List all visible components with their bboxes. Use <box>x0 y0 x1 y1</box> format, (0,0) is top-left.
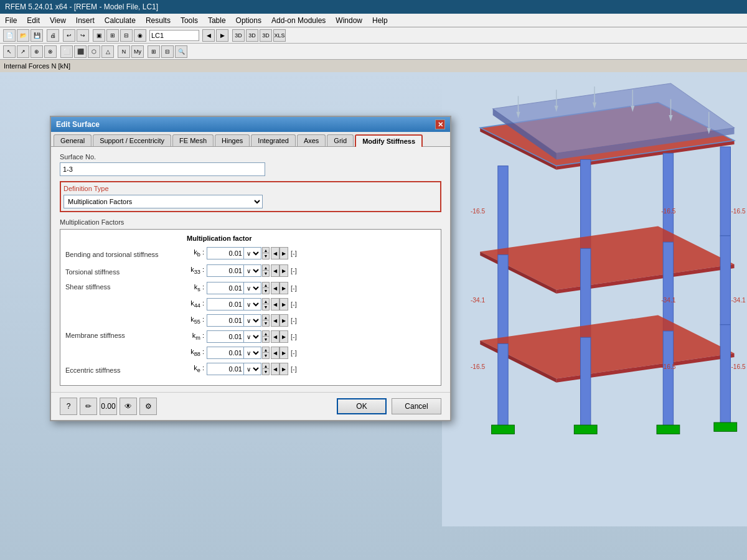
mf-spinup-kb[interactable]: ▲ <box>262 247 270 253</box>
mf-navright-k88[interactable]: ▶ <box>280 347 288 359</box>
mf-spinup-ke[interactable]: ▲ <box>262 363 270 369</box>
menu-options[interactable]: Options <box>231 15 266 26</box>
menu-window[interactable]: Window <box>331 15 367 26</box>
tb2-b9[interactable]: N <box>118 45 130 58</box>
tb-b3[interactable]: ⊟ <box>120 29 133 42</box>
tb2-b13[interactable]: 🔍 <box>175 45 187 58</box>
settings-button[interactable]: ⚙ <box>139 398 157 415</box>
cancel-button[interactable]: Cancel <box>392 398 441 414</box>
mf-spindown-kb[interactable]: ▼ <box>262 253 270 259</box>
mf-navleft-k55[interactable]: ◀ <box>271 314 280 327</box>
menu-addon[interactable]: Add-on Modules <box>266 15 331 26</box>
mf-navleft-k44[interactable]: ◀ <box>271 298 280 310</box>
mf-spinup-k55[interactable]: ▲ <box>262 314 270 320</box>
tab-integrated[interactable]: Integrated <box>251 134 296 146</box>
tb-c1[interactable]: ◀ <box>202 29 215 42</box>
mf-dd-ks[interactable]: ∨ <box>244 282 261 294</box>
mf-input-k55[interactable] <box>207 314 244 327</box>
mf-navright-kb[interactable]: ▶ <box>280 247 288 259</box>
tb2-b11[interactable]: ⊞ <box>148 45 160 58</box>
dialog-close-button[interactable]: ✕ <box>435 119 445 129</box>
mf-input-k33[interactable] <box>207 264 244 277</box>
tb2-b7[interactable]: ⬡ <box>88 45 100 58</box>
definition-type-dropdown[interactable]: Multiplication Factors Orthotropic Isotr… <box>63 195 263 208</box>
mf-spinup-km[interactable]: ▲ <box>262 330 270 337</box>
mf-input-ke[interactable] <box>207 363 244 375</box>
mf-input-ks[interactable] <box>207 282 244 294</box>
tb2-b4[interactable]: ⊗ <box>44 45 57 58</box>
ok-button[interactable]: OK <box>337 398 387 414</box>
tb2-b1[interactable]: ↖ <box>3 45 16 58</box>
menu-results[interactable]: Results <box>141 15 176 26</box>
tb-new[interactable]: 📄 <box>3 29 16 42</box>
tab-hinges[interactable]: Hinges <box>215 134 250 146</box>
mf-dd-k88[interactable]: ∨ <box>244 347 261 359</box>
mf-spindown-ks[interactable]: ▼ <box>262 288 270 294</box>
tab-general[interactable]: General <box>54 134 92 146</box>
mf-dd-k55[interactable]: ∨ <box>244 314 261 327</box>
mf-spindown-km[interactable]: ▼ <box>262 337 270 343</box>
tb-3d3[interactable]: 3D <box>260 29 272 42</box>
tb-redo[interactable]: ↪ <box>77 29 89 42</box>
tb-xls[interactable]: XLS <box>273 29 286 42</box>
mf-navleft-k33[interactable]: ◀ <box>271 264 280 277</box>
tb-3d1[interactable]: 3D <box>232 29 245 42</box>
menu-insert[interactable]: Insert <box>71 15 100 26</box>
menu-view[interactable]: View <box>45 15 71 26</box>
mf-spindown-k33[interactable]: ▼ <box>262 271 270 277</box>
tab-modify-stiffness[interactable]: Modify Stiffness <box>355 134 423 147</box>
mf-dd-kb[interactable]: ∨ <box>244 247 261 259</box>
tab-support[interactable]: Support / Eccentricity <box>93 134 171 146</box>
lc-input[interactable] <box>149 30 199 41</box>
mf-navleft-km[interactable]: ◀ <box>271 330 280 343</box>
tab-femesh[interactable]: FE Mesh <box>172 134 214 146</box>
mf-navleft-ke[interactable]: ◀ <box>271 363 280 375</box>
tb2-b6[interactable]: ⬛ <box>74 45 87 58</box>
mf-navleft-kb[interactable]: ◀ <box>271 247 280 259</box>
mf-spinup-ks[interactable]: ▲ <box>262 282 270 288</box>
mf-dd-km[interactable]: ∨ <box>244 330 261 343</box>
mf-spindown-k55[interactable]: ▼ <box>262 320 270 327</box>
tb2-b5[interactable]: ⬜ <box>60 45 73 58</box>
edit-button[interactable]: ✏ <box>80 398 97 415</box>
tb-3d2[interactable]: 3D <box>246 29 258 42</box>
mf-input-km[interactable] <box>207 330 244 343</box>
tab-grid[interactable]: Grid <box>327 134 354 146</box>
mf-navright-km[interactable]: ▶ <box>280 330 288 343</box>
surface-no-input[interactable] <box>60 162 265 176</box>
mf-spindown-k88[interactable]: ▼ <box>262 353 270 359</box>
tb2-b8[interactable]: △ <box>101 45 114 58</box>
mf-navright-k33[interactable]: ▶ <box>280 264 288 277</box>
menu-tools[interactable]: Tools <box>176 15 203 26</box>
help-button[interactable]: ? <box>60 398 77 415</box>
tb2-b3[interactable]: ⊕ <box>31 45 43 58</box>
menu-edit[interactable]: Edit <box>22 15 45 26</box>
mf-input-kb[interactable] <box>207 247 244 259</box>
mf-navright-k44[interactable]: ▶ <box>280 298 288 310</box>
mf-spinup-k88[interactable]: ▲ <box>262 347 270 353</box>
mf-spindown-k44[interactable]: ▼ <box>262 304 270 310</box>
mf-spinup-k33[interactable]: ▲ <box>262 264 270 271</box>
tb2-b12[interactable]: ⊟ <box>161 45 174 58</box>
mf-navright-ks[interactable]: ▶ <box>280 282 288 294</box>
tb2-b2[interactable]: ↗ <box>17 45 29 58</box>
mf-dd-ke[interactable]: ∨ <box>244 363 261 375</box>
tb-b1[interactable]: ▣ <box>93 29 105 42</box>
menu-help[interactable]: Help <box>367 15 393 26</box>
tb-c2[interactable]: ▶ <box>216 29 228 42</box>
mf-input-k88[interactable] <box>207 347 244 359</box>
tb-b2[interactable]: ⊞ <box>106 29 119 42</box>
value-button[interactable]: 0.00 <box>100 398 117 415</box>
tb-save[interactable]: 💾 <box>31 29 43 42</box>
tb-b4[interactable]: ◉ <box>134 29 146 42</box>
tab-axes[interactable]: Axes <box>297 134 326 146</box>
mf-spindown-ke[interactable]: ▼ <box>262 369 270 375</box>
preview-button[interactable]: 👁 <box>120 398 137 415</box>
mf-dd-k44[interactable]: ∨ <box>244 298 261 310</box>
menu-calculate[interactable]: Calculate <box>100 15 141 26</box>
mf-navleft-k88[interactable]: ◀ <box>271 347 280 359</box>
menu-table[interactable]: Table <box>203 15 231 26</box>
mf-input-k44[interactable] <box>207 298 244 310</box>
mf-spinup-k44[interactable]: ▲ <box>262 298 270 304</box>
mf-navleft-ks[interactable]: ◀ <box>271 282 280 294</box>
